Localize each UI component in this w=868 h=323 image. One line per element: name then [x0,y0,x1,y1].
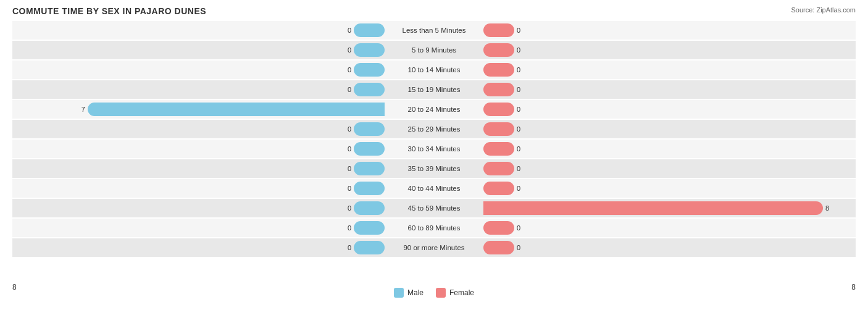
male-bar-90-or-more [354,241,385,254]
female-value-90-or-more: 0 [517,244,520,251]
male-bar-40-to-44 [354,182,385,195]
female-value-15-to-19: 0 [517,86,520,93]
male-value-30-to-34: 0 [348,145,351,153]
left-section-less-than-5: 0 [12,21,385,40]
row-label-20-to-24: 20 to 24 Minutes [385,106,483,113]
chart-row-less-than-5: 0Less than 5 Minutes0 [12,21,856,40]
row-label-45-to-59: 45 to 59 Minutes [385,204,483,212]
male-value-35-to-39: 0 [348,165,351,172]
male-value-25-to-29: 0 [348,125,351,133]
left-section-20-to-24: 7 [12,100,385,119]
right-section-20-to-24: 0 [483,100,856,119]
legend-male-box [394,288,404,298]
row-label-40-to-44: 40 to 44 Minutes [385,185,483,192]
female-value-5-to-9: 0 [517,46,520,54]
male-bar-less-than-5 [354,23,385,37]
chart-row-5-to-9: 05 to 9 Minutes0 [12,41,856,59]
male-bar-10-to-14 [354,63,385,77]
legend-male-label: Male [407,288,424,297]
male-value-45-to-59: 0 [348,204,351,212]
female-value-60-to-89: 0 [517,224,520,232]
male-value-60-to-89: 0 [348,224,351,232]
male-bar-5-to-9 [354,43,385,57]
legend-female-box [436,288,446,298]
left-section-35-to-39: 0 [12,159,385,178]
right-section-15-to-19: 0 [483,80,856,99]
bottom-right-label: 8 [851,283,856,298]
row-label-25-to-29: 25 to 29 Minutes [385,125,483,133]
row-label-10-to-14: 10 to 14 Minutes [385,66,483,73]
female-value-40-to-44: 0 [517,185,520,192]
chart-row-15-to-19: 015 to 19 Minutes0 [12,80,856,99]
female-bar-35-to-39 [483,162,514,175]
male-value-5-to-9: 0 [348,46,351,54]
source-text: Source: ZipAtlas.com [791,6,856,14]
right-section-10-to-14: 0 [483,61,856,79]
male-value-less-than-5: 0 [348,27,351,34]
right-section-60-to-89: 0 [483,219,856,237]
chart-container: COMMUTE TIME BY SEX IN PAJARO DUNES Sour… [0,0,868,323]
female-bar-90-or-more [483,241,514,254]
female-bar-less-than-5 [483,23,514,37]
legend: Male Female [394,288,474,298]
right-section-35-to-39: 0 [483,159,856,178]
bottom-left-label: 8 [12,283,17,298]
female-bar-60-to-89 [483,221,514,235]
right-section-25-to-29: 0 [483,120,856,138]
female-bar-45-to-59 [483,201,823,215]
female-bar-25-to-29 [483,122,514,136]
legend-male: Male [394,288,424,298]
male-bar-25-to-29 [354,122,385,136]
male-bar-20-to-24 [88,103,385,116]
male-value-20-to-24: 7 [81,106,85,113]
female-bar-20-to-24 [483,103,514,116]
left-section-45-to-59: 0 [12,199,385,217]
female-bar-30-to-34 [483,142,514,156]
row-label-15-to-19: 15 to 19 Minutes [385,86,483,93]
chart-row-40-to-44: 040 to 44 Minutes0 [12,179,856,198]
female-bar-15-to-19 [483,83,514,96]
right-section-30-to-34: 0 [483,140,856,158]
left-section-40-to-44: 0 [12,179,385,198]
legend-female: Female [436,288,474,298]
left-section-15-to-19: 0 [12,80,385,99]
male-bar-45-to-59 [354,201,385,215]
male-value-15-to-19: 0 [348,86,351,93]
left-section-30-to-34: 0 [12,140,385,158]
right-section-90-or-more: 0 [483,238,856,257]
male-bar-15-to-19 [354,83,385,96]
left-section-60-to-89: 0 [12,219,385,237]
chart-title: COMMUTE TIME BY SEX IN PAJARO DUNES [12,6,856,16]
row-label-60-to-89: 60 to 89 Minutes [385,224,483,232]
right-section-5-to-9: 0 [483,41,856,59]
chart-row-30-to-34: 030 to 34 Minutes0 [12,140,856,158]
row-label-less-than-5: Less than 5 Minutes [385,27,483,34]
female-bar-40-to-44 [483,182,514,195]
female-value-20-to-24: 0 [517,106,520,113]
chart-row-10-to-14: 010 to 14 Minutes0 [12,61,856,79]
legend-female-label: Female [449,288,474,297]
male-value-40-to-44: 0 [348,185,351,192]
female-value-25-to-29: 0 [517,125,520,133]
row-label-35-to-39: 35 to 39 Minutes [385,165,483,172]
male-bar-60-to-89 [354,221,385,235]
left-section-25-to-29: 0 [12,120,385,138]
chart-row-60-to-89: 060 to 89 Minutes0 [12,219,856,237]
male-value-10-to-14: 0 [348,66,351,73]
left-section-5-to-9: 0 [12,41,385,59]
female-value-35-to-39: 0 [517,165,520,172]
female-value-45-to-59: 8 [825,204,829,212]
male-bar-30-to-34 [354,142,385,156]
left-section-10-to-14: 0 [12,61,385,79]
female-bar-5-to-9 [483,43,514,57]
chart-row-45-to-59: 045 to 59 Minutes8 [12,199,856,217]
female-value-less-than-5: 0 [517,27,520,34]
female-value-30-to-34: 0 [517,145,520,153]
male-value-90-or-more: 0 [348,244,351,251]
chart-area: 0Less than 5 Minutes005 to 9 Minutes0010… [12,21,856,280]
right-section-less-than-5: 0 [483,21,856,40]
row-label-5-to-9: 5 to 9 Minutes [385,46,483,54]
male-bar-35-to-39 [354,162,385,175]
left-section-90-or-more: 0 [12,238,385,257]
chart-row-25-to-29: 025 to 29 Minutes0 [12,120,856,138]
